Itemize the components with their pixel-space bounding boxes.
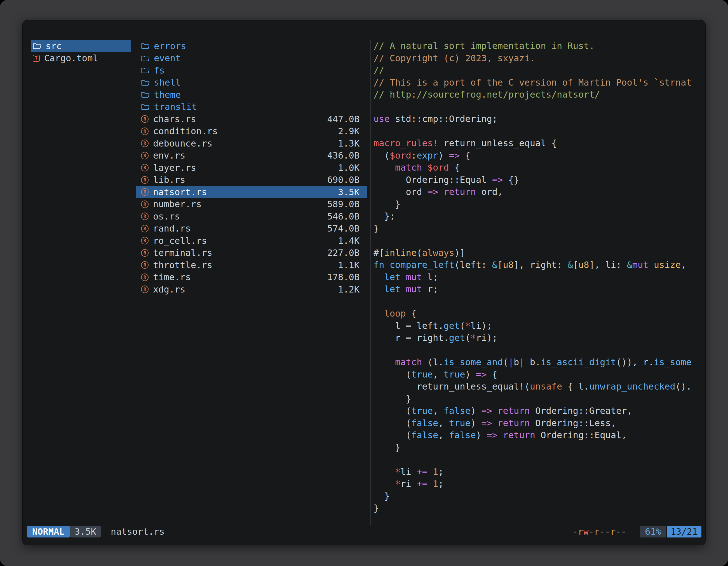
entry-name: time.rs [153,272,327,283]
mode-badge: NORMAL [27,526,70,537]
file-permissions: -rw-r--r-- [572,526,626,537]
entry-name: lib.rs [153,175,327,185]
entry-name: src [46,41,131,51]
code-line [374,101,704,113]
rust-file-icon: R [141,261,149,269]
file-row-terminal.rs[interactable]: Rterminal.rs227.0B [136,247,367,259]
status-bar: NORMAL 3.5K natsort.rs -rw-r--r-- 61% 13… [27,525,701,538]
file-row-number.rs[interactable]: Rnumber.rs589.0B [136,198,367,211]
dir-row-theme[interactable]: theme [136,89,367,101]
file-row-layer.rs[interactable]: Rlayer.rs1.0K [136,162,367,174]
folder-icon [141,78,149,87]
pane-divider [370,40,371,525]
folder-icon [141,42,149,50]
code-line: ord => return ord, [374,186,704,198]
code-line: // A natural sort implementation in Rust… [374,40,704,52]
file-row-rand.rs[interactable]: Rrand.rs574.0B [136,223,367,235]
file-row-debounce.rs[interactable]: Rdebounce.rs1.3K [136,137,367,150]
code-line: } [374,490,704,502]
file-row-Cargo.toml[interactable]: TCargo.toml [31,52,131,65]
file-row-xdg.rs[interactable]: Rxdg.rs1.2K [136,283,367,295]
entry-size: 1.0K [338,163,360,173]
entry-size: 589.0B [327,199,360,210]
dir-row-errors[interactable]: errors [136,40,367,52]
code-line: #[inline(always)] [374,247,704,259]
folder-icon [141,91,149,99]
entry-name: chars.rs [153,114,327,125]
scroll-percent-badge: 61% [640,526,666,537]
rust-file-icon: R [141,188,149,196]
code-line: (true, false) => return Ordering::Greate… [374,405,704,417]
code-line [374,125,704,138]
code-line: Ordering::Equal => {} [374,174,704,186]
entry-name: condition.rs [153,126,338,137]
rust-file-icon: R [141,115,149,123]
file-row-chars.rs[interactable]: Rchars.rs447.0B [136,113,367,125]
entry-size: 178.0B [327,272,360,283]
entry-name: throttle.rs [153,260,338,271]
code-line: match (l.is_some_and(|b| b.is_ascii_digi… [374,356,704,368]
code-line: (true, true) => { [374,368,704,381]
entry-size: 546.0B [327,211,360,222]
file-row-time.rs[interactable]: Rtime.rs178.0B [136,271,367,283]
code-line: match $ord { [374,162,704,174]
rust-file-icon: R [141,152,149,159]
parent-directory-pane[interactable]: srcTCargo.toml [31,40,131,64]
entry-size: 574.0B [327,223,360,234]
code-line [374,344,704,356]
entry-size: 1.3K [338,138,360,149]
code-line: // Copyright (c) 2023, sxyazi. [374,52,704,65]
status-filename: natsort.rs [111,526,165,537]
code-line [374,295,704,308]
code-line: ($ord:expr) => { [374,150,704,162]
entry-size: 1.2K [338,284,360,295]
folder-icon [141,103,149,111]
cursor-position-badge: 13/21 [667,526,701,537]
code-line: macro_rules! return_unless_equal { [374,137,704,150]
code-line: } [374,223,704,235]
dir-row-translit[interactable]: translit [136,101,367,113]
rust-file-icon: R [141,176,149,184]
file-row-os.rs[interactable]: Ros.rs546.0B [136,210,367,223]
code-line: // This is a port of the C version of Ma… [374,77,704,89]
entry-name: natsort.rs [153,187,338,198]
rust-file-icon: R [141,140,149,147]
rust-file-icon: R [141,274,149,281]
entry-size: 690.0B [327,175,360,185]
entry-size: 447.0B [327,114,360,125]
dir-row-src[interactable]: src [31,40,131,52]
rust-file-icon: R [141,128,149,135]
entry-size: 227.0B [327,248,360,258]
dir-row-fs[interactable]: fs [136,64,367,77]
folder-icon [33,42,41,50]
code-line: (false, true) => return Ordering::Less, [374,417,704,429]
dir-row-shell[interactable]: shell [136,77,367,89]
code-line: fn compare_left(left: &[u8], right: &[u8… [374,259,704,271]
file-row-natsort.rs[interactable]: Rnatsort.rs3.5K [136,186,367,198]
code-line: } [374,198,704,211]
dir-row-event[interactable]: event [136,52,367,65]
entry-size: 1.4K [338,236,360,246]
entry-size: 3.5K [338,187,360,198]
code-line: }; [374,210,704,223]
rust-file-icon: R [141,237,149,245]
code-line [374,235,704,247]
file-row-throttle.rs[interactable]: Rthrottle.rs1.1K [136,259,367,271]
file-row-condition.rs[interactable]: Rcondition.rs2.9K [136,125,367,138]
code-line: } [374,393,704,405]
file-row-env.rs[interactable]: Renv.rs436.0B [136,150,367,162]
entry-size: 436.0B [327,150,360,161]
entry-name: debounce.rs [153,138,338,149]
screenshot-root: srcTCargo.toml errorseventfsshellthemetr… [0,0,728,566]
file-row-lib.rs[interactable]: Rlib.rs690.0B [136,174,367,186]
entry-name: number.rs [153,199,327,210]
rust-file-icon: R [141,285,149,293]
entry-size: 2.9K [338,126,360,137]
file-preview-pane[interactable]: // A natural sort implementation in Rust… [374,40,704,518]
file-row-ro_cell.rs[interactable]: Rro_cell.rs1.4K [136,235,367,247]
code-line: let mut r; [374,283,704,295]
code-line: // http://sourcefrog.net/projects/natsor… [374,89,704,101]
current-directory-pane[interactable]: errorseventfsshellthemetranslitRchars.rs… [136,40,367,295]
entry-name: fs [154,65,360,76]
code-line: } [374,502,704,515]
